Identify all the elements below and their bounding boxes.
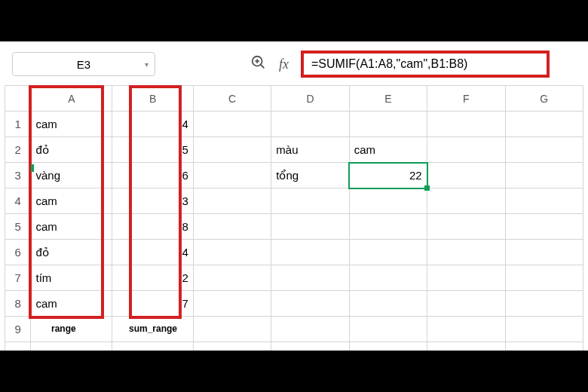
row-header-4[interactable]: 4 (5, 188, 31, 214)
dropdown-icon[interactable]: ▾ (145, 60, 149, 69)
cell-F3[interactable] (427, 163, 505, 188)
window-bottom-bar (0, 351, 588, 392)
col-header-G[interactable]: G (505, 86, 583, 112)
cell-C9[interactable] (193, 317, 271, 342)
row-1: 1 cam 4 (5, 112, 583, 137)
row-header-6[interactable]: 6 (5, 240, 31, 265)
col-header-D[interactable]: D (271, 86, 349, 112)
cell-C7[interactable] (193, 265, 271, 291)
cell-G3[interactable] (505, 163, 583, 188)
cell-C5[interactable] (193, 214, 271, 240)
cell-A8[interactable]: cam (31, 291, 112, 317)
cell-C2[interactable] (193, 137, 271, 163)
cell-G8[interactable] (505, 291, 583, 317)
cell-G6[interactable] (505, 240, 583, 265)
row-9: 9 (5, 317, 583, 342)
cell-D5[interactable] (271, 214, 349, 240)
col-header-E[interactable]: E (349, 86, 427, 112)
row-4: 4 cam 3 (5, 188, 583, 214)
cell-F6[interactable] (427, 240, 505, 265)
cell-D1[interactable] (271, 112, 349, 137)
cell-D8[interactable] (271, 291, 349, 317)
spreadsheet-grid[interactable]: A B C D E F G 1 cam 4 2 đỏ 5 (5, 85, 583, 368)
cell-B1[interactable]: 4 (112, 112, 194, 137)
cell-D4[interactable] (271, 188, 349, 214)
cell-G7[interactable] (505, 265, 583, 291)
cell-E8[interactable] (349, 291, 427, 317)
cell-C6[interactable] (193, 240, 271, 265)
svg-line-1 (261, 64, 265, 68)
cell-F7[interactable] (427, 265, 505, 291)
content-area: E3 ▾ fx =SUMIF(A1:A8,"cam",B1:B8) A B C … (0, 41, 588, 368)
fx-icon[interactable]: fx (279, 57, 289, 72)
cell-B8[interactable]: 7 (112, 291, 194, 317)
row-header-3[interactable]: 3 (5, 163, 31, 188)
cell-E6[interactable] (349, 240, 427, 265)
label-sumrange: sum_range (129, 323, 177, 334)
cell-G4[interactable] (505, 188, 583, 214)
cell-A5[interactable]: cam (31, 214, 112, 240)
row-header-7[interactable]: 7 (5, 265, 31, 291)
cell-E4[interactable] (349, 188, 427, 214)
col-header-C[interactable]: C (193, 86, 271, 112)
cell-B6[interactable]: 4 (112, 240, 194, 265)
row-header-8[interactable]: 8 (5, 291, 31, 317)
row-header-1[interactable]: 1 (5, 112, 31, 137)
cell-E7[interactable] (349, 265, 427, 291)
cell-F5[interactable] (427, 214, 505, 240)
cell-B7[interactable]: 2 (112, 265, 194, 291)
cell-F2[interactable] (427, 137, 505, 163)
cell-C1[interactable] (193, 112, 271, 137)
cell-A3[interactable]: vàng (31, 163, 112, 188)
column-header-row: A B C D E F G (5, 86, 583, 112)
cell-E5[interactable] (349, 214, 427, 240)
cell-A7[interactable]: tím (31, 265, 112, 291)
cell-C8[interactable] (193, 291, 271, 317)
row-3: 3 vàng 6 tổng 22 (5, 163, 583, 188)
cell-A1[interactable]: cam (31, 112, 112, 137)
cell-D3[interactable]: tổng (271, 163, 349, 188)
cell-F9[interactable] (427, 317, 505, 342)
cell-C4[interactable] (193, 188, 271, 214)
formula-text: =SUMIF(A1:A8,"cam",B1:B8) (311, 57, 467, 71)
zoom-icon[interactable] (250, 54, 267, 75)
cell-B2[interactable]: 5 (112, 137, 194, 163)
cell-G5[interactable] (505, 214, 583, 240)
cell-G9[interactable] (505, 317, 583, 342)
col-header-F[interactable]: F (427, 86, 505, 112)
cell-A4[interactable]: cam (31, 188, 112, 214)
corner-cell[interactable] (5, 86, 31, 112)
cell-B3[interactable]: 6 (112, 163, 194, 188)
col-header-B[interactable]: B (112, 86, 194, 112)
cell-G1[interactable] (505, 112, 583, 137)
col-header-A[interactable]: A (31, 86, 112, 112)
cell-C3[interactable] (193, 163, 271, 188)
row-header-2[interactable]: 2 (5, 137, 31, 163)
cell-A2[interactable]: đỏ (31, 137, 112, 163)
cell-F1[interactable] (427, 112, 505, 137)
cell-E3[interactable]: 22 (349, 163, 427, 188)
cell-B4[interactable]: 3 (112, 188, 194, 214)
cell-F8[interactable] (427, 291, 505, 317)
cell-D9[interactable] (271, 317, 349, 342)
cell-D6[interactable] (271, 240, 349, 265)
cell-E2[interactable]: cam (349, 137, 427, 163)
cell-E9[interactable] (349, 317, 427, 342)
name-box-value: E3 (13, 58, 155, 71)
name-box[interactable]: E3 ▾ (12, 52, 155, 76)
row-2: 2 đỏ 5 màu cam (5, 137, 583, 163)
row-header-9[interactable]: 9 (5, 317, 31, 342)
cell-D2[interactable]: màu (271, 137, 349, 163)
sheet-table[interactable]: A B C D E F G 1 cam 4 2 đỏ 5 (5, 85, 583, 368)
formula-bar-input[interactable]: =SUMIF(A1:A8,"cam",B1:B8) (301, 51, 550, 78)
row-5: 5 cam 8 (5, 214, 583, 240)
cell-E1[interactable] (349, 112, 427, 137)
cell-B5[interactable]: 8 (112, 214, 194, 240)
cell-F4[interactable] (427, 188, 505, 214)
cell-D7[interactable] (271, 265, 349, 291)
cell-A6[interactable]: đỏ (31, 240, 112, 265)
row-7: 7 tím 2 (5, 265, 583, 291)
window-top-bar (0, 0, 588, 41)
cell-G2[interactable] (505, 137, 583, 163)
row-header-5[interactable]: 5 (5, 214, 31, 240)
